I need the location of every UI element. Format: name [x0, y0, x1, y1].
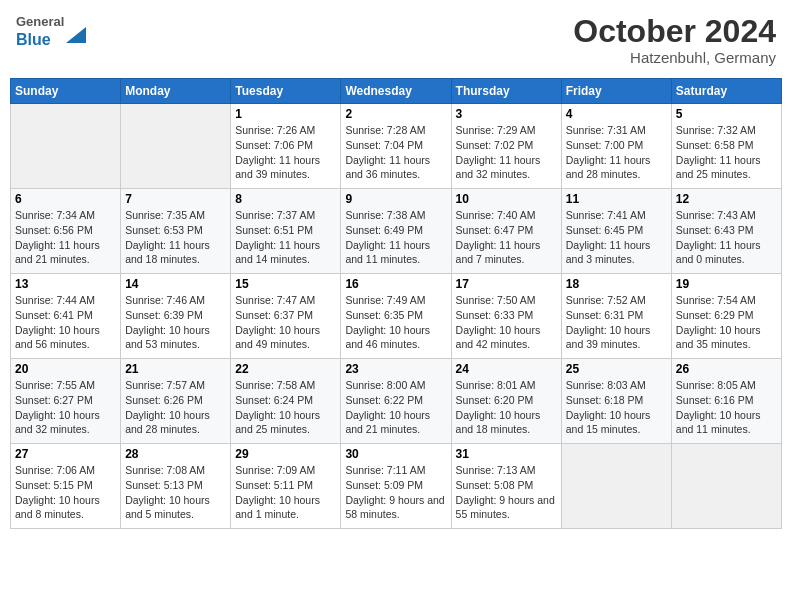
calendar-cell: 14Sunrise: 7:46 AM Sunset: 6:39 PM Dayli…: [121, 274, 231, 359]
day-number: 24: [456, 362, 557, 376]
calendar-cell: 18Sunrise: 7:52 AM Sunset: 6:31 PM Dayli…: [561, 274, 671, 359]
day-content: Sunrise: 7:50 AM Sunset: 6:33 PM Dayligh…: [456, 293, 557, 352]
day-content: Sunrise: 7:28 AM Sunset: 7:04 PM Dayligh…: [345, 123, 446, 182]
day-number: 31: [456, 447, 557, 461]
calendar-cell: 7Sunrise: 7:35 AM Sunset: 6:53 PM Daylig…: [121, 189, 231, 274]
calendar-cell: 4Sunrise: 7:31 AM Sunset: 7:00 PM Daylig…: [561, 104, 671, 189]
calendar-cell: 21Sunrise: 7:57 AM Sunset: 6:26 PM Dayli…: [121, 359, 231, 444]
calendar-cell: 10Sunrise: 7:40 AM Sunset: 6:47 PM Dayli…: [451, 189, 561, 274]
day-content: Sunrise: 7:55 AM Sunset: 6:27 PM Dayligh…: [15, 378, 116, 437]
calendar-week-row: 6Sunrise: 7:34 AM Sunset: 6:56 PM Daylig…: [11, 189, 782, 274]
day-number: 17: [456, 277, 557, 291]
calendar-header: SundayMondayTuesdayWednesdayThursdayFrid…: [11, 79, 782, 104]
calendar-cell: 1Sunrise: 7:26 AM Sunset: 7:06 PM Daylig…: [231, 104, 341, 189]
day-content: Sunrise: 8:03 AM Sunset: 6:18 PM Dayligh…: [566, 378, 667, 437]
title-block: October 2024 Hatzenbuhl, Germany: [573, 14, 776, 66]
day-number: 3: [456, 107, 557, 121]
day-number: 19: [676, 277, 777, 291]
calendar-cell: 13Sunrise: 7:44 AM Sunset: 6:41 PM Dayli…: [11, 274, 121, 359]
calendar-cell: 20Sunrise: 7:55 AM Sunset: 6:27 PM Dayli…: [11, 359, 121, 444]
calendar-cell: 29Sunrise: 7:09 AM Sunset: 5:11 PM Dayli…: [231, 444, 341, 529]
day-number: 12: [676, 192, 777, 206]
day-number: 5: [676, 107, 777, 121]
day-number: 7: [125, 192, 226, 206]
day-number: 29: [235, 447, 336, 461]
day-number: 10: [456, 192, 557, 206]
day-of-week-header: Monday: [121, 79, 231, 104]
page-header: General Blue October 2024 Hatzenbuhl, Ge…: [10, 10, 782, 70]
logo: General Blue: [16, 14, 86, 49]
day-content: Sunrise: 7:35 AM Sunset: 6:53 PM Dayligh…: [125, 208, 226, 267]
day-content: Sunrise: 7:52 AM Sunset: 6:31 PM Dayligh…: [566, 293, 667, 352]
day-content: Sunrise: 7:46 AM Sunset: 6:39 PM Dayligh…: [125, 293, 226, 352]
day-content: Sunrise: 7:06 AM Sunset: 5:15 PM Dayligh…: [15, 463, 116, 522]
calendar-cell: 27Sunrise: 7:06 AM Sunset: 5:15 PM Dayli…: [11, 444, 121, 529]
calendar-cell: [121, 104, 231, 189]
day-number: 16: [345, 277, 446, 291]
day-content: Sunrise: 7:49 AM Sunset: 6:35 PM Dayligh…: [345, 293, 446, 352]
calendar-cell: [11, 104, 121, 189]
calendar-cell: 23Sunrise: 8:00 AM Sunset: 6:22 PM Dayli…: [341, 359, 451, 444]
calendar-cell: 8Sunrise: 7:37 AM Sunset: 6:51 PM Daylig…: [231, 189, 341, 274]
day-content: Sunrise: 8:05 AM Sunset: 6:16 PM Dayligh…: [676, 378, 777, 437]
day-of-week-header: Saturday: [671, 79, 781, 104]
day-content: Sunrise: 7:37 AM Sunset: 6:51 PM Dayligh…: [235, 208, 336, 267]
day-content: Sunrise: 7:11 AM Sunset: 5:09 PM Dayligh…: [345, 463, 446, 522]
logo-icon: [66, 23, 86, 43]
day-number: 8: [235, 192, 336, 206]
day-number: 25: [566, 362, 667, 376]
day-number: 11: [566, 192, 667, 206]
day-content: Sunrise: 7:34 AM Sunset: 6:56 PM Dayligh…: [15, 208, 116, 267]
calendar-cell: 17Sunrise: 7:50 AM Sunset: 6:33 PM Dayli…: [451, 274, 561, 359]
calendar-cell: 19Sunrise: 7:54 AM Sunset: 6:29 PM Dayli…: [671, 274, 781, 359]
day-content: Sunrise: 7:43 AM Sunset: 6:43 PM Dayligh…: [676, 208, 777, 267]
calendar-cell: 28Sunrise: 7:08 AM Sunset: 5:13 PM Dayli…: [121, 444, 231, 529]
day-content: Sunrise: 7:29 AM Sunset: 7:02 PM Dayligh…: [456, 123, 557, 182]
day-number: 30: [345, 447, 446, 461]
day-number: 21: [125, 362, 226, 376]
calendar-cell: 3Sunrise: 7:29 AM Sunset: 7:02 PM Daylig…: [451, 104, 561, 189]
day-number: 4: [566, 107, 667, 121]
day-number: 28: [125, 447, 226, 461]
day-of-week-header: Tuesday: [231, 79, 341, 104]
calendar-cell: 12Sunrise: 7:43 AM Sunset: 6:43 PM Dayli…: [671, 189, 781, 274]
day-number: 22: [235, 362, 336, 376]
month-year-heading: October 2024: [573, 14, 776, 49]
calendar-cell: 15Sunrise: 7:47 AM Sunset: 6:37 PM Dayli…: [231, 274, 341, 359]
day-number: 26: [676, 362, 777, 376]
day-number: 1: [235, 107, 336, 121]
day-number: 18: [566, 277, 667, 291]
svg-marker-0: [66, 27, 86, 43]
calendar-week-row: 1Sunrise: 7:26 AM Sunset: 7:06 PM Daylig…: [11, 104, 782, 189]
calendar-cell: 25Sunrise: 8:03 AM Sunset: 6:18 PM Dayli…: [561, 359, 671, 444]
day-content: Sunrise: 7:58 AM Sunset: 6:24 PM Dayligh…: [235, 378, 336, 437]
day-of-week-header: Thursday: [451, 79, 561, 104]
calendar-cell: 2Sunrise: 7:28 AM Sunset: 7:04 PM Daylig…: [341, 104, 451, 189]
calendar-table: SundayMondayTuesdayWednesdayThursdayFrid…: [10, 78, 782, 529]
calendar-cell: 11Sunrise: 7:41 AM Sunset: 6:45 PM Dayli…: [561, 189, 671, 274]
calendar-week-row: 27Sunrise: 7:06 AM Sunset: 5:15 PM Dayli…: [11, 444, 782, 529]
day-of-week-header: Friday: [561, 79, 671, 104]
day-of-week-header: Sunday: [11, 79, 121, 104]
calendar-cell: 22Sunrise: 7:58 AM Sunset: 6:24 PM Dayli…: [231, 359, 341, 444]
day-number: 14: [125, 277, 226, 291]
calendar-cell: 16Sunrise: 7:49 AM Sunset: 6:35 PM Dayli…: [341, 274, 451, 359]
calendar-cell: [561, 444, 671, 529]
calendar-cell: 6Sunrise: 7:34 AM Sunset: 6:56 PM Daylig…: [11, 189, 121, 274]
day-content: Sunrise: 7:32 AM Sunset: 6:58 PM Dayligh…: [676, 123, 777, 182]
calendar-cell: 9Sunrise: 7:38 AM Sunset: 6:49 PM Daylig…: [341, 189, 451, 274]
location-label: Hatzenbuhl, Germany: [573, 49, 776, 66]
day-content: Sunrise: 7:47 AM Sunset: 6:37 PM Dayligh…: [235, 293, 336, 352]
day-content: Sunrise: 7:31 AM Sunset: 7:00 PM Dayligh…: [566, 123, 667, 182]
calendar-cell: 30Sunrise: 7:11 AM Sunset: 5:09 PM Dayli…: [341, 444, 451, 529]
day-content: Sunrise: 7:57 AM Sunset: 6:26 PM Dayligh…: [125, 378, 226, 437]
logo-blue-text: Blue: [16, 31, 51, 48]
day-number: 15: [235, 277, 336, 291]
day-content: Sunrise: 8:00 AM Sunset: 6:22 PM Dayligh…: [345, 378, 446, 437]
day-content: Sunrise: 7:08 AM Sunset: 5:13 PM Dayligh…: [125, 463, 226, 522]
calendar-week-row: 13Sunrise: 7:44 AM Sunset: 6:41 PM Dayli…: [11, 274, 782, 359]
day-content: Sunrise: 7:40 AM Sunset: 6:47 PM Dayligh…: [456, 208, 557, 267]
day-number: 2: [345, 107, 446, 121]
logo-general-text: General: [16, 14, 64, 29]
calendar-cell: 31Sunrise: 7:13 AM Sunset: 5:08 PM Dayli…: [451, 444, 561, 529]
